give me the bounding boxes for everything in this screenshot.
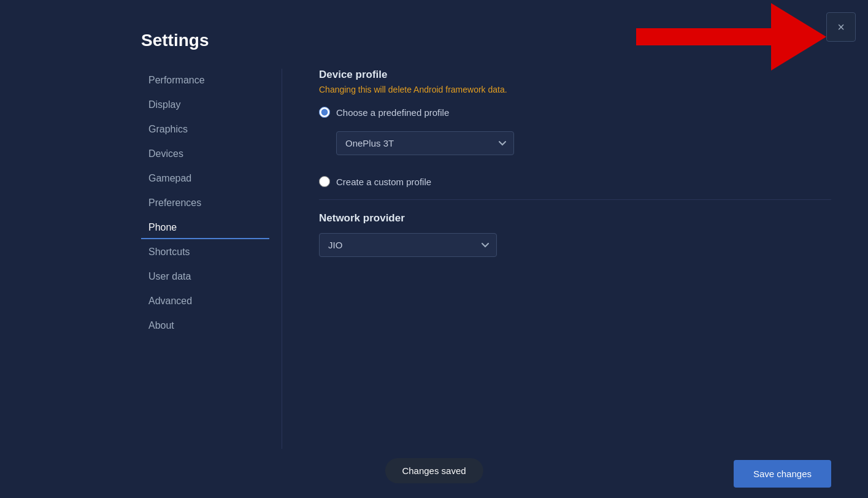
- predefined-profile-dropdown[interactable]: OnePlus 3T Samsung Galaxy S9 Pixel 3 Nex…: [336, 131, 514, 155]
- sidebar-item-display[interactable]: Display: [141, 93, 269, 117]
- sidebar-item-gamepad[interactable]: Gamepad: [141, 167, 269, 190]
- device-profile-section: Device profile Changing this will delete…: [319, 69, 831, 187]
- content-area: Device profile Changing this will delete…: [282, 69, 868, 498]
- radio-predefined-label[interactable]: Choose a predefined profile: [336, 107, 449, 118]
- sidebar-item-phone[interactable]: Phone: [141, 216, 269, 239]
- radio-custom[interactable]: [319, 176, 330, 187]
- device-profile-title: Device profile: [319, 69, 831, 81]
- sidebar-item-performance[interactable]: Performance: [141, 69, 269, 92]
- device-profile-warning: Changing this will delete Android framew…: [319, 85, 831, 94]
- sidebar-item-user-data[interactable]: User data: [141, 265, 269, 288]
- toast-message: Changes saved: [385, 458, 483, 483]
- network-provider-section: Network provider JIO Airtel Vodafone BSN…: [319, 212, 831, 257]
- radio-custom-label[interactable]: Create a custom profile: [336, 177, 431, 187]
- sidebar-item-preferences[interactable]: Preferences: [141, 191, 269, 215]
- save-changes-button[interactable]: Save changes: [734, 460, 831, 488]
- network-provider-dropdown[interactable]: JIO Airtel Vodafone BSNL T-Mobile: [319, 233, 497, 257]
- radio-predefined[interactable]: [319, 107, 330, 118]
- sidebar-item-graphics[interactable]: Graphics: [141, 118, 269, 141]
- sidebar: Performance Display Graphics Devices Gam…: [141, 69, 282, 498]
- section-divider: [319, 199, 831, 200]
- predefined-dropdown-wrapper: OnePlus 3T Samsung Galaxy S9 Pixel 3 Nex…: [336, 131, 831, 155]
- radio-predefined-row: Choose a predefined profile: [319, 107, 831, 118]
- sidebar-item-devices[interactable]: Devices: [141, 142, 269, 166]
- page-title: Settings: [0, 0, 868, 69]
- sidebar-item-about[interactable]: About: [141, 314, 269, 337]
- settings-page: Settings Performance Display Graphics De…: [0, 0, 868, 498]
- network-provider-title: Network provider: [319, 212, 831, 224]
- main-layout: Performance Display Graphics Devices Gam…: [0, 69, 868, 498]
- sidebar-item-advanced[interactable]: Advanced: [141, 289, 269, 313]
- radio-custom-row: Create a custom profile: [319, 176, 831, 187]
- close-icon: ×: [837, 20, 845, 34]
- radio-group: Choose a predefined profile OnePlus 3T S…: [319, 107, 831, 187]
- sidebar-item-shortcuts[interactable]: Shortcuts: [141, 240, 269, 264]
- close-button[interactable]: ×: [826, 12, 856, 42]
